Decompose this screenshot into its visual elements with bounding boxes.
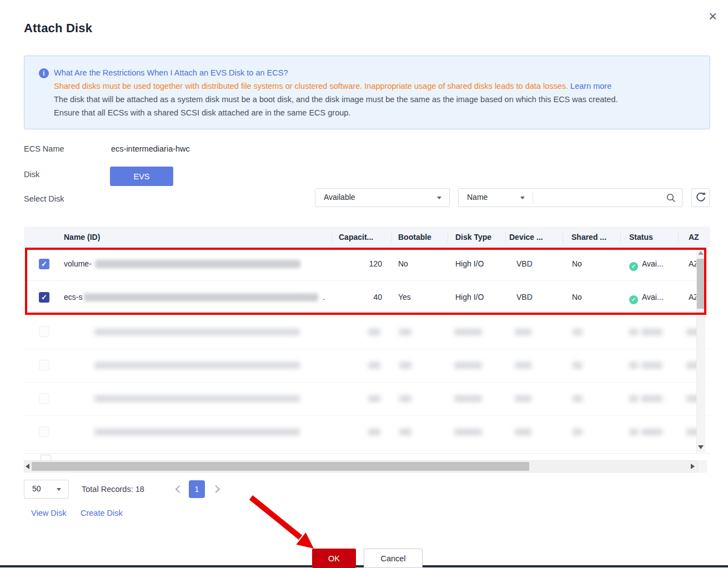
col-header-status[interactable]: Status: [629, 227, 653, 248]
prev-page-icon[interactable]: [175, 485, 183, 493]
select-disk-label: Select Disk: [24, 194, 64, 203]
table-row-volume[interactable]: ✓ volume- 120 No High I/O VBD No ✓Avai..…: [24, 248, 710, 280]
table-row-redacted[interactable]: [24, 349, 710, 382]
row-checkbox-unchecked[interactable]: [39, 426, 49, 437]
scroll-left-arrow[interactable]: [26, 464, 29, 469]
table-row-redacted[interactable]: [24, 415, 710, 449]
refresh-icon: [695, 196, 706, 204]
col-header-name[interactable]: Name (ID): [64, 227, 100, 248]
next-page-icon[interactable]: [212, 485, 220, 493]
current-page-button[interactable]: 1: [189, 480, 205, 498]
disk-type-cell: High I/O: [455, 248, 484, 280]
learn-more-link[interactable]: Learn more: [570, 82, 611, 91]
vertical-scrollbar-thumb[interactable]: [697, 259, 705, 309]
col-header-disk-type[interactable]: Disk Type: [455, 227, 491, 248]
disk-name-prefix: volume-: [64, 248, 92, 280]
scroll-down-arrow[interactable]: [698, 445, 704, 449]
capacity-cell: 40: [335, 281, 382, 314]
page-title: Attach Disk: [24, 21, 92, 36]
refresh-button[interactable]: [691, 188, 710, 207]
row-checkbox-partial: [41, 455, 51, 460]
table-header-row: Name (ID) Capacit... Bootable Disk Type …: [24, 227, 710, 248]
status-cell: ✓Avai...: [629, 248, 664, 280]
redacted-name: [95, 260, 300, 268]
table-row-redacted[interactable]: [24, 382, 710, 415]
divider: [533, 192, 533, 203]
disk-type-cell: High I/O: [455, 281, 484, 314]
row-checkbox-checked[interactable]: ✓: [39, 259, 49, 269]
search-box: Name: [458, 188, 682, 207]
bootable-cell: No: [398, 248, 408, 280]
search-input[interactable]: [536, 190, 664, 205]
scrollbar-corner: [698, 460, 707, 473]
page-size-select[interactable]: 50: [24, 480, 69, 499]
row-checkbox-unchecked[interactable]: [39, 360, 49, 370]
device-type-cell: VBD: [516, 281, 533, 314]
table-row-ecs[interactable]: ✓ ecs-s . 40 Yes High I/O VBD No ✓Avai..…: [24, 281, 710, 314]
col-header-az[interactable]: AZ: [689, 227, 699, 248]
redacted-name: [84, 293, 318, 301]
chevron-down-icon: [437, 197, 441, 199]
disk-table: Name (ID) Capacit... Bootable Disk Type …: [24, 227, 710, 454]
bootable-cell: Yes: [398, 281, 411, 314]
status-cell: ✓Avai...: [629, 281, 664, 314]
col-header-device[interactable]: Device ...: [509, 227, 543, 248]
device-type-cell: VBD: [516, 248, 533, 280]
col-header-shared[interactable]: Shared ...: [571, 227, 606, 248]
annotation-arrow: [243, 491, 324, 557]
horizontal-scrollbar-thumb[interactable]: [32, 462, 529, 471]
disk-name-prefix: ecs-s: [64, 281, 82, 314]
scroll-right-arrow[interactable]: [691, 464, 695, 469]
ecs-name-value: ecs-intermediaria-hwc: [111, 144, 190, 153]
disk-label: Disk: [24, 170, 39, 179]
chevron-down-icon: [57, 488, 61, 491]
banner-note-ecs-group: Ensure that all ECSs with a shared SCSI …: [54, 108, 350, 117]
row-checkbox-unchecked[interactable]: [39, 326, 49, 337]
create-disk-link[interactable]: Create Disk: [81, 509, 123, 517]
status-filter-value: Available: [324, 193, 355, 202]
status-available-icon: ✓: [629, 262, 638, 271]
status-available-icon: ✓: [629, 295, 638, 304]
close-icon[interactable]: ×: [709, 9, 717, 23]
search-category-select[interactable]: Name: [467, 193, 488, 202]
col-header-bootable[interactable]: Bootable: [398, 227, 431, 248]
col-header-capacity[interactable]: Capacit...: [339, 227, 373, 248]
row-checkbox-checked[interactable]: ✓: [39, 292, 49, 303]
status-filter-select[interactable]: Available: [315, 188, 450, 207]
info-icon: i: [39, 68, 49, 78]
shared-cell: No: [572, 281, 582, 314]
attach-disk-dialog: Attach Disk × i What Are the Restriction…: [0, 0, 728, 568]
total-records-label: Total Records: 18: [82, 485, 144, 494]
chevron-down-icon[interactable]: [520, 197, 525, 199]
ok-button[interactable]: OK: [312, 549, 356, 568]
ecs-name-label: ECS Name: [24, 144, 64, 153]
banner-text: What Are the Restrictions When I Attach …: [54, 66, 706, 119]
search-icon[interactable]: [666, 193, 676, 205]
banner-warning-text: Shared disks must be used together with …: [54, 82, 568, 91]
row-checkbox-unchecked[interactable]: [39, 393, 49, 404]
page-size-value: 50: [32, 484, 41, 493]
banner-note-boot-disk: The disk that will be attached as a syst…: [54, 95, 618, 104]
disk-name-suffix: .: [323, 281, 325, 314]
scroll-up-arrow[interactable]: [698, 251, 704, 255]
view-disk-link[interactable]: View Disk: [31, 509, 66, 517]
capacity-cell: 120: [335, 248, 382, 280]
table-row-redacted[interactable]: [24, 315, 710, 349]
shared-cell: No: [572, 248, 582, 280]
disk-type-evs-button[interactable]: EVS: [110, 167, 173, 186]
banner-question-link[interactable]: What Are the Restrictions When I Attach …: [54, 68, 288, 77]
cancel-button[interactable]: Cancel: [364, 549, 423, 568]
